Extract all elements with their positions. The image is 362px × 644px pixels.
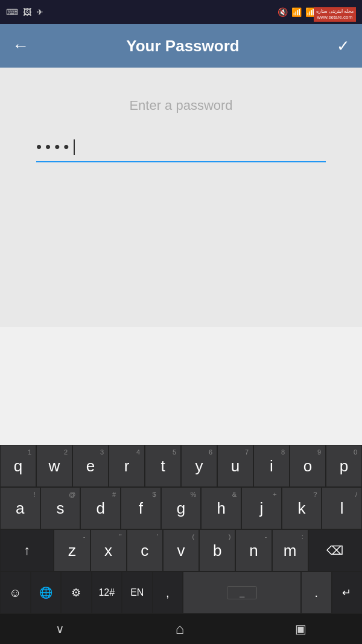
key-l[interactable]: /l xyxy=(322,487,362,529)
emoji-key[interactable]: ☺ xyxy=(0,572,31,614)
back-nav-button[interactable]: ∨ xyxy=(56,622,65,636)
keyboard: 1q 2w 3e 4r 5t 6y 7u 8i 9o 0p XT9 !a @s … xyxy=(0,445,362,614)
key-t[interactable]: 5t xyxy=(145,445,181,487)
key-h[interactable]: &h xyxy=(201,487,241,529)
backspace-key[interactable]: ⌫ xyxy=(308,529,362,572)
period-key[interactable]: . xyxy=(301,572,332,614)
recent-nav-button[interactable]: ▣ xyxy=(295,622,306,636)
telegram-icon: ✈ xyxy=(36,7,43,17)
key-v[interactable]: (v xyxy=(163,529,199,572)
key-z[interactable]: -z xyxy=(54,529,90,572)
status-right-icons: 🔇 📶 📶 🔋 22:45 مجله اینترنتی ستاره www.se… xyxy=(278,7,356,18)
key-u[interactable]: 7u xyxy=(217,445,253,487)
main-content: Enter a password •••• xyxy=(0,68,362,327)
key-q[interactable]: 1q xyxy=(0,445,36,487)
status-bar: ⌨ 🖼 ✈ 🔇 📶 📶 🔋 22:45 مجله اینترنتی ستاره … xyxy=(0,0,362,24)
key-d[interactable]: #d xyxy=(80,487,121,529)
mute-icon: 🔇 xyxy=(278,7,288,17)
comma-key[interactable]: , xyxy=(153,572,183,614)
keyboard-row-1: 1q 2w 3e 4r 5t 6y 7u 8i 9o 0p xyxy=(0,445,362,487)
key-p[interactable]: 0p xyxy=(326,445,362,487)
space-key[interactable]: ⎯ xyxy=(183,572,301,614)
keyboard-row-2: XT9 !a @s #d $f %g &h +j ?k /l xyxy=(0,487,362,529)
key-m[interactable]: :m xyxy=(272,529,308,572)
keyboard-row-3: ↑ -z "x 'c (v )b -n :m ⌫ xyxy=(0,529,362,572)
image-icon: 🖼 xyxy=(23,7,31,17)
status-left-icons: ⌨ 🖼 ✈ xyxy=(6,7,43,17)
language-en-key[interactable]: EN xyxy=(122,572,153,614)
password-masked-value: •••• xyxy=(36,138,326,156)
settings-key[interactable]: ⚙ xyxy=(61,572,92,614)
key-s[interactable]: @s xyxy=(40,487,81,529)
key-f[interactable]: $f xyxy=(121,487,161,529)
shift-key[interactable]: ↑ xyxy=(0,529,54,572)
text-cursor xyxy=(74,139,75,155)
keyboard-icon: ⌨ xyxy=(6,7,18,17)
key-y[interactable]: 6y xyxy=(181,445,217,487)
key-g[interactable]: %g xyxy=(161,487,202,529)
password-input-wrapper[interactable]: •••• xyxy=(36,138,326,162)
key-r[interactable]: 4r xyxy=(109,445,145,487)
key-w[interactable]: 2w xyxy=(36,445,72,487)
page-title: Your Password xyxy=(126,37,239,56)
key-o[interactable]: 9o xyxy=(290,445,326,487)
key-i[interactable]: 8i xyxy=(253,445,290,487)
bottom-navigation: ∨ ⌂ ▣ xyxy=(0,614,362,644)
password-placeholder-label: Enter a password xyxy=(129,98,232,113)
back-button[interactable]: ← xyxy=(12,36,29,56)
key-a[interactable]: !a xyxy=(0,487,40,529)
key-b[interactable]: )b xyxy=(199,529,235,572)
key-x[interactable]: "x xyxy=(91,529,127,572)
key-k[interactable]: ?k xyxy=(282,487,322,529)
watermark: مجله اینترنتی ستاره www.setare.com xyxy=(314,7,356,22)
wifi-icon: 📶 xyxy=(291,7,302,17)
home-nav-button[interactable]: ⌂ xyxy=(176,620,185,637)
keyboard-row-4: ☺ 🌐 ⚙ 12# EN , ⎯ . ↵ xyxy=(0,572,362,614)
language-key[interactable]: 🌐 xyxy=(31,572,62,614)
key-j[interactable]: +j xyxy=(241,487,282,529)
key-c[interactable]: 'c xyxy=(127,529,163,572)
confirm-button[interactable]: ✓ xyxy=(337,37,350,56)
enter-key[interactable]: ↵ xyxy=(332,572,363,614)
key-n[interactable]: -n xyxy=(235,529,272,572)
number-mode-key[interactable]: 12# xyxy=(92,572,122,614)
key-e[interactable]: 3e xyxy=(72,445,109,487)
app-header: ← Your Password ✓ xyxy=(0,24,362,68)
